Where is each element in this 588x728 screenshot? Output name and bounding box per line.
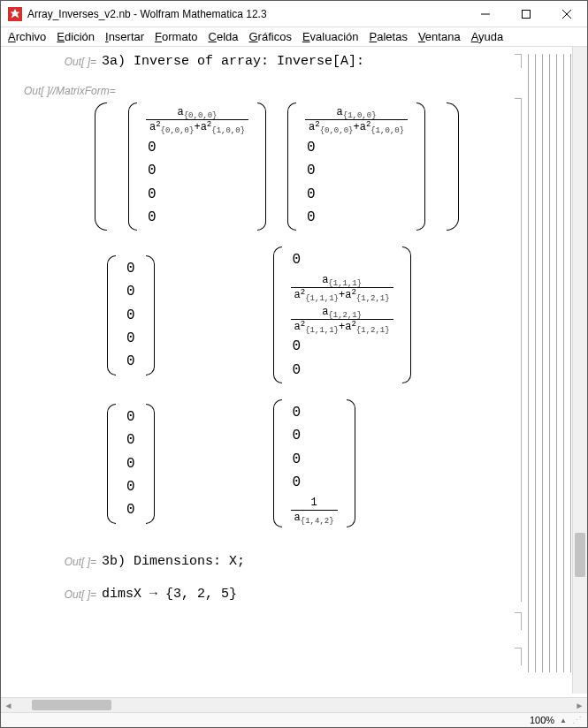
menu-insertar[interactable]: Insertar	[105, 30, 144, 43]
window-title: Array_Inverses_v2.nb - Wolfram Mathemati…	[27, 8, 465, 20]
matrix-output: a{0,0,0} a2{0,0,0}+a2{1,0,0} 0 0 0 0	[95, 102, 508, 527]
matrix-row-1: a{0,0,0} a2{0,0,0}+a2{1,0,0} 0 0 0 0	[95, 102, 508, 231]
svg-marker-0	[11, 8, 20, 18]
horizontal-scroll-thumb[interactable]	[32, 700, 111, 710]
menu-bar: Archivo Edición Insertar Formato Celda G…	[1, 27, 587, 47]
matrix-row-3: 0 0 0 0 0 0 0 0 0	[95, 399, 508, 527]
title-bar: Array_Inverses_v2.nb - Wolfram Mathemati…	[1, 1, 587, 27]
horizontal-scroll-track[interactable]	[16, 698, 572, 712]
vertical-scrollbar[interactable]	[572, 47, 587, 694]
out-label: Out[ ]=	[45, 554, 96, 568]
svg-rect-2	[523, 10, 531, 18]
menu-archivo[interactable]: Archivo	[8, 30, 46, 43]
menu-evaluacion[interactable]: Evaluación	[302, 30, 359, 43]
resize-grip-icon[interactable]: ⋰	[572, 715, 580, 726]
vertical-scroll-thumb[interactable]	[575, 533, 585, 577]
zoom-level[interactable]: 100%	[530, 715, 554, 725]
notebook[interactable]: Out[ ]= 3a) Inverse of array: Inverse[A]…	[6, 47, 508, 694]
out-3b-text: 3b) Dimensions: X;	[102, 554, 245, 569]
out-3a: Out[ ]= 3a) Inverse of array: Inverse[A]…	[45, 54, 508, 69]
submatrix-3-1: 0 0 0 0 0	[107, 404, 155, 524]
zoom-menu-icon[interactable]: ▲	[560, 717, 567, 724]
frac-1-over-a142: 1 a{1,4,2}	[289, 495, 340, 527]
minimize-button[interactable]	[465, 1, 506, 27]
scroll-right-button[interactable]: ►	[572, 698, 587, 713]
maximize-button[interactable]	[506, 1, 546, 27]
scroll-left-button[interactable]: ◄	[1, 698, 16, 713]
menu-celda[interactable]: Celda	[209, 30, 239, 43]
submatrix-2-1: 0 0 0 0 0	[107, 255, 155, 375]
submatrix-1-1: a{0,0,0} a2{0,0,0}+a2{1,0,0} 0 0 0 0	[128, 102, 266, 231]
out-dimsx: Out[ ]= dimsX → {3, 2, 5}	[45, 587, 508, 602]
horizontal-scrollbar[interactable]: ◄ ►	[1, 697, 587, 712]
status-bar: 100% ▲ ⋰	[1, 712, 587, 727]
outer-paren-right	[447, 102, 459, 231]
menu-ayuda[interactable]: Ayuda	[471, 30, 504, 43]
out-label: Out[ ]=	[45, 587, 96, 601]
cell-brackets[interactable]	[509, 47, 571, 694]
submatrix-1-2: a{1,0,0} a2{0,0,0}+a2{1,0,0} 0 0 0 0	[287, 102, 425, 231]
app-icon	[8, 7, 22, 21]
menu-formato[interactable]: Formato	[155, 30, 197, 43]
content-area: Out[ ]= 3a) Inverse of array: Inverse[A]…	[1, 47, 587, 694]
frac-111: a{1,1,1} a2{1,1,1}+a2{1,2,1}	[289, 272, 395, 304]
menu-graficos[interactable]: Gráficos	[248, 30, 291, 43]
matrixform-label: Out[ ]//MatrixForm=	[24, 85, 508, 97]
out-3b: Out[ ]= 3b) Dimensions: X;	[45, 554, 508, 569]
submatrix-2-2: 0 a{1,1,1} a2{1,1,1}+a2{1,2,1} a{1,2,1} …	[273, 246, 411, 383]
frac-121: a{1,2,1} a2{1,1,1}+a2{1,2,1}	[289, 304, 395, 336]
outer-paren-left	[95, 102, 107, 231]
matrix-row-2: 0 0 0 0 0 0 a{1,1,1} a2{1,1,1}+a2{1,	[95, 246, 508, 383]
menu-ventana[interactable]: Ventana	[418, 30, 461, 43]
close-button[interactable]	[546, 1, 587, 27]
out-3a-text: 3a) Inverse of array: Inverse[A]:	[102, 54, 364, 69]
menu-edicion[interactable]: Edición	[57, 30, 95, 43]
out-dimsx-text: dimsX → {3, 2, 5}	[102, 587, 237, 602]
menu-paletas[interactable]: Paletas	[370, 30, 408, 43]
frac-100: a{1,0,0} a2{0,0,0}+a2{1,0,0}	[303, 104, 409, 136]
frac-000: a{0,0,0} a2{0,0,0}+a2{1,0,0}	[144, 104, 250, 136]
submatrix-3-2: 0 0 0 0 1 a{1,4,2}	[273, 399, 355, 527]
out-label: Out[ ]=	[45, 54, 96, 68]
